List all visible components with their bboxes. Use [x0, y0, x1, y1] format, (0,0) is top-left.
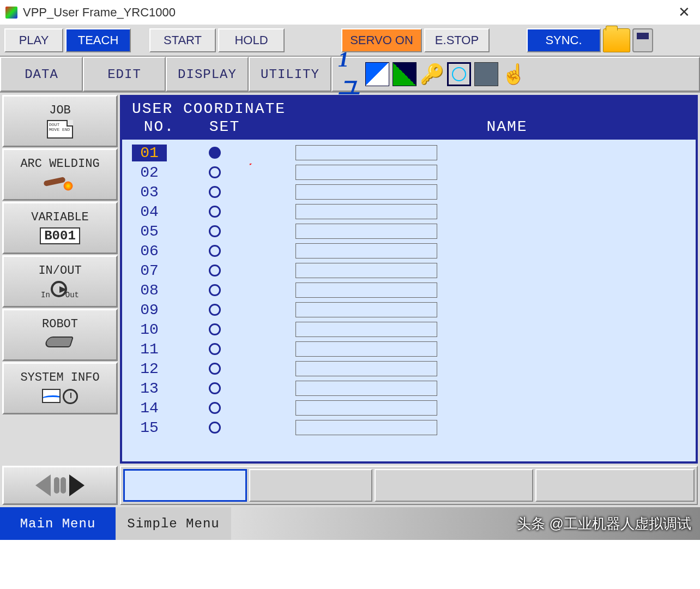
coord-row[interactable]: 12 — [132, 359, 686, 378]
coord-name-field[interactable] — [295, 184, 437, 200]
set-empty-icon — [209, 265, 221, 277]
icon-strip: 1ユ 🔑 ☝ — [331, 57, 700, 92]
tool-icon[interactable] — [365, 62, 389, 86]
screen-icon[interactable] — [474, 62, 498, 86]
coord-name-field[interactable] — [295, 243, 437, 259]
set-filled-icon — [209, 147, 221, 159]
sync-button[interactable]: SYNC. — [527, 28, 601, 52]
coord-row[interactable]: 08 — [132, 280, 686, 300]
menu-edit[interactable]: EDIT — [83, 57, 166, 92]
coord-set[interactable] — [167, 363, 263, 375]
status-box-1[interactable] — [123, 469, 247, 502]
sidebar-arc-label: ARC WELDING — [20, 157, 99, 171]
coord-name-field[interactable] — [295, 341, 437, 357]
simple-menu-button[interactable]: Simple Menu — [116, 507, 231, 540]
hold-button[interactable]: HOLD — [218, 28, 285, 52]
sidebar-job[interactable]: JOB DOUT MOVE END — [2, 95, 118, 147]
coord-set[interactable] — [167, 147, 263, 159]
coord-row[interactable]: 04 — [132, 202, 686, 221]
robot-icon — [44, 334, 76, 352]
coord-name-field[interactable] — [295, 361, 437, 376]
coord-set[interactable] — [167, 304, 263, 316]
coord-set[interactable] — [167, 284, 263, 296]
coord-row[interactable]: 14 — [132, 398, 686, 418]
coord-row[interactable]: 09 — [132, 300, 686, 320]
nav-prev-icon[interactable] — [35, 474, 51, 496]
coord-row[interactable]: 05 — [132, 221, 686, 241]
coord-name-field[interactable] — [295, 400, 437, 416]
coord-row[interactable]: 03 — [132, 182, 686, 202]
main-panel: USER COORDINATE NO. SET NAME 01020304050… — [120, 95, 698, 505]
play-button[interactable]: PLAY — [4, 28, 63, 52]
coord-set[interactable] — [167, 343, 263, 355]
nav-arrows — [2, 466, 118, 505]
coord-name-field[interactable] — [295, 224, 437, 239]
coord-set[interactable] — [167, 382, 263, 394]
coord-row[interactable]: 11 — [132, 339, 686, 359]
coord-name-field[interactable] — [295, 302, 437, 317]
coord-name-field[interactable] — [295, 283, 437, 298]
pendant-icon[interactable] — [632, 28, 653, 52]
sidebar-arc-welding[interactable]: ARC WELDING — [2, 148, 118, 201]
coord-no: 03 — [132, 184, 167, 201]
coord-set[interactable] — [167, 323, 263, 335]
coord-row[interactable]: 01 — [132, 143, 686, 163]
coord-set[interactable] — [167, 245, 263, 257]
coord-set[interactable] — [167, 206, 263, 218]
col-set: SET — [186, 118, 263, 135]
coord-name-field[interactable] — [295, 263, 437, 278]
sidebar-inout[interactable]: IN/OUT In Out — [2, 255, 118, 308]
hand-icon[interactable]: ☝ — [502, 62, 526, 86]
close-button[interactable]: ✕ — [674, 4, 695, 21]
inout-icon: In Out — [41, 280, 79, 299]
coord-row[interactable]: 02 — [132, 163, 686, 182]
set-empty-icon — [209, 382, 221, 394]
set-empty-icon — [209, 225, 221, 237]
coord-no: 12 — [132, 360, 167, 377]
folder-icon[interactable] — [603, 28, 630, 52]
coord-row[interactable]: 06 — [132, 241, 686, 261]
main-menu-button[interactable]: Main Menu — [0, 507, 116, 540]
sidebar-system-info[interactable]: SYSTEM INFO — [2, 362, 118, 414]
key-icon[interactable]: 🔑 — [420, 62, 444, 86]
coord-set[interactable] — [167, 422, 263, 434]
coord-no: 09 — [132, 302, 167, 318]
status-box-4 — [535, 469, 695, 502]
menubar: DATA EDIT DISPLAY UTILITY 1ユ 🔑 ☝ — [0, 57, 700, 93]
coord-row[interactable]: 15 — [132, 418, 686, 437]
coord-name-field[interactable] — [295, 420, 437, 435]
coord-set[interactable] — [167, 265, 263, 277]
set-empty-icon — [209, 422, 221, 434]
speed-icon[interactable] — [393, 62, 417, 86]
frame-icon[interactable] — [447, 62, 471, 86]
teach-button[interactable]: TEACH — [65, 28, 131, 52]
start-button[interactable]: START — [149, 28, 216, 52]
coord-name-field[interactable] — [295, 145, 437, 160]
estop-button[interactable]: E.STOP — [424, 28, 490, 52]
footer: Main Menu Simple Menu 头条 @工业机器人虚拟调试 — [0, 507, 700, 540]
coord-12-icon[interactable]: 1ユ — [338, 62, 362, 86]
coord-name-field[interactable] — [295, 381, 437, 396]
panel-columns: NO. SET NAME — [122, 118, 696, 140]
coord-row[interactable]: 13 — [132, 378, 686, 398]
coord-name-field[interactable] — [295, 204, 437, 219]
set-empty-icon — [209, 363, 221, 375]
job-doc-icon: DOUT MOVE END — [47, 120, 73, 139]
coord-no: 13 — [132, 380, 167, 397]
menu-display[interactable]: DISPLAY — [166, 57, 249, 92]
coord-set[interactable] — [167, 402, 263, 414]
coord-set[interactable] — [167, 225, 263, 237]
sidebar-variable[interactable]: VARIABLE B001 — [2, 202, 118, 254]
coord-row[interactable]: 07 — [132, 261, 686, 280]
nav-next-icon[interactable] — [69, 474, 85, 496]
coord-no: 07 — [132, 262, 167, 279]
coord-name-field[interactable] — [295, 322, 437, 337]
coord-set[interactable] — [167, 186, 263, 198]
menu-utility[interactable]: UTILITY — [249, 57, 331, 92]
set-empty-icon — [209, 343, 221, 355]
sidebar-robot[interactable]: ROBOT — [2, 309, 118, 361]
coord-name-field[interactable] — [295, 165, 437, 180]
menu-data[interactable]: DATA — [0, 57, 83, 92]
coord-row[interactable]: 10 — [132, 320, 686, 339]
coord-set[interactable] — [167, 166, 263, 178]
